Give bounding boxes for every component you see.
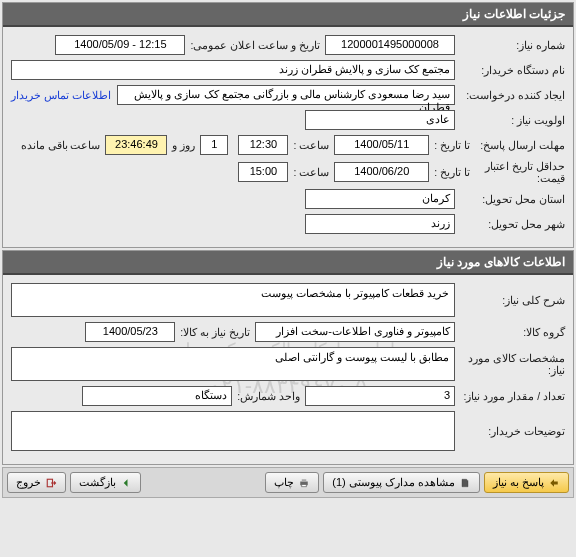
qty-label: تعداد / مقدار مورد نیاز:: [455, 390, 565, 402]
group-value: کامپیوتر و فناوری اطلاعات-سخت افزار: [255, 322, 455, 342]
back-button[interactable]: بازگشت: [70, 472, 141, 493]
priority-label: اولویت نیاز :: [455, 114, 565, 126]
print-button[interactable]: چاپ: [265, 472, 319, 493]
time-label-2: ساعت :: [288, 166, 334, 178]
attachments-button[interactable]: مشاهده مدارک پیوستی (1): [323, 472, 480, 493]
price-valid-date: 1400/06/20: [334, 162, 429, 182]
desc-label: شرح کلی نیاز:: [455, 294, 565, 306]
need-number: 1200001495000008: [325, 35, 455, 55]
exit-button[interactable]: خروج: [7, 472, 66, 493]
city-label: شهر محل تحویل:: [455, 218, 565, 230]
price-valid-time: 15:00: [238, 162, 288, 182]
attachments-button-label: مشاهده مدارک پیوستی (1): [332, 476, 455, 489]
exit-button-label: خروج: [16, 476, 41, 489]
priority-value: عادی: [305, 110, 455, 130]
buyer-contact-link[interactable]: اطلاعات تماس خریدار: [11, 89, 111, 101]
need-details-panel: جزئیات اطلاعات نیاز شماره نیاز: 12000014…: [2, 2, 574, 248]
desc-value: خرید قطعات کامپیوتر با مشخصات پیوست: [11, 283, 455, 317]
price-valid-label: حداقل تاریخ اعتبار قیمت:: [470, 160, 565, 184]
days-label: روز و: [167, 139, 200, 151]
print-button-label: چاپ: [274, 476, 294, 489]
to-date-label-2: تا تاریخ :: [429, 166, 470, 178]
announce-datetime: 12:15 - 1400/05/09: [55, 35, 185, 55]
buyer-note-value: [11, 411, 455, 451]
group-label: گروه کالا:: [455, 326, 565, 338]
deadline-time: 12:30: [238, 135, 288, 155]
need-number-label: شماره نیاز:: [455, 39, 565, 51]
panel1-title: جزئیات اطلاعات نیاز: [3, 3, 573, 27]
deadline-date: 1400/05/11: [334, 135, 429, 155]
province-label: استان محل تحویل:: [455, 193, 565, 205]
to-date-label: تا تاریخ :: [429, 139, 470, 151]
action-toolbar: پاسخ به نیاز مشاهده مدارک پیوستی (1) چاپ…: [2, 467, 574, 498]
requester-name: سید رضا مسعودی کارشناس مالی و بازرگانی م…: [117, 85, 455, 105]
unit-label: واحد شمارش:: [232, 390, 305, 402]
countdown-timer: 23:46:49: [105, 135, 167, 155]
remain-label: ساعت باقی مانده: [16, 139, 106, 151]
print-icon: [298, 477, 310, 489]
back-button-label: بازگشت: [79, 476, 116, 489]
panel2-title: اطلاعات کالاهای مورد نیاز: [3, 251, 573, 275]
spec-value: مطابق با لیست پیوست و گارانتی اصلی: [11, 347, 455, 381]
qty-value: 3: [305, 386, 455, 406]
deadline-label: مهلت ارسال پاسخ:: [470, 139, 565, 151]
unit-value: دستگاه: [82, 386, 232, 406]
spec-label: مشخصات کالای مورد نیاز:: [455, 352, 565, 376]
reply-icon: [548, 477, 560, 489]
exit-icon: [45, 477, 57, 489]
back-icon: [120, 477, 132, 489]
reply-button[interactable]: پاسخ به نیاز: [484, 472, 569, 493]
requester-label: ایجاد کننده درخواست:: [455, 89, 565, 101]
buyer-note-label: توضیحات خریدار:: [455, 425, 565, 437]
buyer-label: نام دستگاه خریدار:: [455, 64, 565, 76]
days-remaining: 1: [200, 135, 228, 155]
time-label-1: ساعت :: [288, 139, 334, 151]
need-date-value: 1400/05/23: [85, 322, 175, 342]
reply-button-label: پاسخ به نیاز: [493, 476, 544, 489]
svg-rect-1: [302, 479, 307, 481]
need-date-label: تاریخ نیاز به کالا:: [175, 326, 255, 338]
announce-label: تاریخ و ساعت اعلان عمومی:: [185, 39, 325, 51]
attachment-icon: [459, 477, 471, 489]
province-value: کرمان: [305, 189, 455, 209]
goods-info-panel: اطلاعات کالاهای مورد نیاز سامانه تدارکات…: [2, 250, 574, 465]
buyer-name: مجتمع کک سازی و پالایش قطران زرند: [11, 60, 455, 80]
city-value: زرند: [305, 214, 455, 234]
svg-rect-2: [302, 484, 307, 486]
